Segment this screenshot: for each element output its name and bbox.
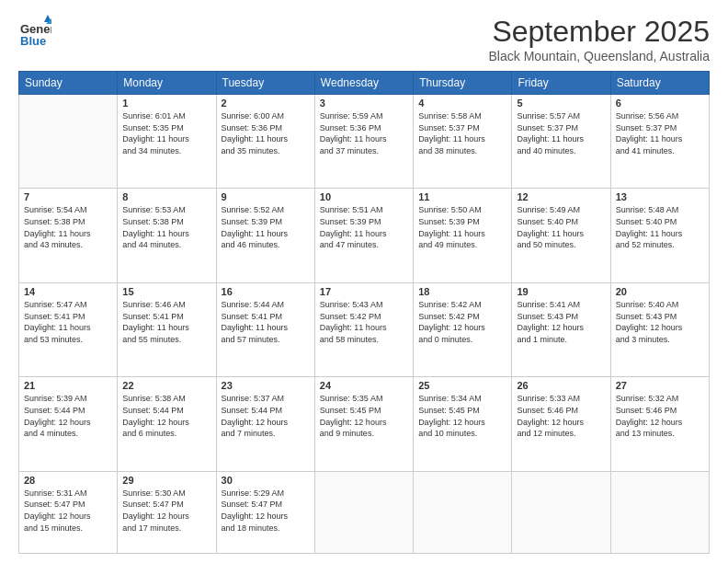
header-monday: Monday <box>118 72 216 95</box>
table-row: 24Sunrise: 5:35 AM Sunset: 5:45 PM Dayli… <box>314 377 413 471</box>
logo-icon: General Blue <box>18 15 51 48</box>
table-row: 11Sunrise: 5:50 AM Sunset: 5:39 PM Dayli… <box>414 189 512 282</box>
cell-content: Sunrise: 5:47 AM Sunset: 5:41 PM Dayligh… <box>24 299 112 345</box>
day-number: 18 <box>418 286 506 297</box>
day-number: 13 <box>616 191 704 202</box>
day-number: 7 <box>24 191 112 202</box>
page: General Blue September 2025 Black Mounta… <box>0 0 728 563</box>
day-number: 17 <box>320 286 408 297</box>
day-number: 2 <box>222 98 310 109</box>
day-number: 23 <box>222 380 310 391</box>
header-thursday: Thursday <box>414 72 512 95</box>
table-row: 17Sunrise: 5:43 AM Sunset: 5:42 PM Dayli… <box>314 282 413 376</box>
day-number: 27 <box>616 380 704 391</box>
header-wednesday: Wednesday <box>314 72 413 95</box>
day-number: 21 <box>24 380 112 391</box>
day-number: 16 <box>222 286 310 297</box>
day-number: 9 <box>222 191 310 202</box>
table-row: 18Sunrise: 5:42 AM Sunset: 5:42 PM Dayli… <box>414 282 512 376</box>
day-number: 14 <box>24 286 112 297</box>
table-row: 5Sunrise: 5:57 AM Sunset: 5:37 PM Daylig… <box>512 95 610 189</box>
day-number: 4 <box>418 98 506 109</box>
calendar-table: Sunday Monday Tuesday Wednesday Thursday… <box>18 71 710 554</box>
table-row: 19Sunrise: 5:41 AM Sunset: 5:43 PM Dayli… <box>512 282 610 376</box>
day-number: 1 <box>122 98 210 109</box>
table-row: 30Sunrise: 5:29 AM Sunset: 5:47 PM Dayli… <box>216 471 314 553</box>
day-number: 26 <box>517 380 605 391</box>
day-number: 29 <box>122 475 210 486</box>
cell-content: Sunrise: 5:57 AM Sunset: 5:37 PM Dayligh… <box>517 110 605 156</box>
table-row: 29Sunrise: 5:30 AM Sunset: 5:47 PM Dayli… <box>118 471 216 553</box>
header-tuesday: Tuesday <box>216 72 314 95</box>
title-block: September 2025 Black Mountain, Queenslan… <box>489 15 710 63</box>
header: General Blue September 2025 Black Mounta… <box>18 15 710 63</box>
header-row: Sunday Monday Tuesday Wednesday Thursday… <box>19 72 710 95</box>
cell-content: Sunrise: 6:00 AM Sunset: 5:36 PM Dayligh… <box>222 110 310 156</box>
cell-content: Sunrise: 5:48 AM Sunset: 5:40 PM Dayligh… <box>616 204 704 250</box>
cell-content: Sunrise: 5:39 AM Sunset: 5:44 PM Dayligh… <box>24 393 112 439</box>
cell-content: Sunrise: 5:54 AM Sunset: 5:38 PM Dayligh… <box>24 204 112 250</box>
day-number: 24 <box>320 380 408 391</box>
day-number: 20 <box>616 286 704 297</box>
table-row <box>414 471 512 553</box>
table-row: 6Sunrise: 5:56 AM Sunset: 5:37 PM Daylig… <box>610 95 709 189</box>
day-number: 28 <box>24 475 112 486</box>
table-row: 25Sunrise: 5:34 AM Sunset: 5:45 PM Dayli… <box>414 377 512 471</box>
cell-content: Sunrise: 5:37 AM Sunset: 5:44 PM Dayligh… <box>222 393 310 439</box>
cell-content: Sunrise: 5:50 AM Sunset: 5:39 PM Dayligh… <box>418 204 506 250</box>
cell-content: Sunrise: 5:40 AM Sunset: 5:43 PM Dayligh… <box>616 299 704 345</box>
day-number: 22 <box>122 380 210 391</box>
header-sunday: Sunday <box>19 72 118 95</box>
cell-content: Sunrise: 5:58 AM Sunset: 5:37 PM Dayligh… <box>418 110 506 156</box>
header-saturday: Saturday <box>610 72 709 95</box>
table-row <box>19 95 118 189</box>
cell-content: Sunrise: 5:38 AM Sunset: 5:44 PM Dayligh… <box>122 393 210 439</box>
month-title: September 2025 <box>489 15 710 49</box>
day-number: 8 <box>122 191 210 202</box>
header-friday: Friday <box>512 72 610 95</box>
cell-content: Sunrise: 5:30 AM Sunset: 5:47 PM Dayligh… <box>122 488 210 534</box>
cell-content: Sunrise: 5:43 AM Sunset: 5:42 PM Dayligh… <box>320 299 408 345</box>
day-number: 11 <box>418 191 506 202</box>
cell-content: Sunrise: 5:46 AM Sunset: 5:41 PM Dayligh… <box>122 299 210 345</box>
cell-content: Sunrise: 5:33 AM Sunset: 5:46 PM Dayligh… <box>517 393 605 439</box>
day-number: 15 <box>122 286 210 297</box>
table-row: 2Sunrise: 6:00 AM Sunset: 5:36 PM Daylig… <box>216 95 314 189</box>
cell-content: Sunrise: 6:01 AM Sunset: 5:35 PM Dayligh… <box>122 110 210 156</box>
day-number: 19 <box>517 286 605 297</box>
cell-content: Sunrise: 5:51 AM Sunset: 5:39 PM Dayligh… <box>320 204 408 250</box>
table-row: 4Sunrise: 5:58 AM Sunset: 5:37 PM Daylig… <box>414 95 512 189</box>
svg-text:Blue: Blue <box>20 34 46 48</box>
table-row: 23Sunrise: 5:37 AM Sunset: 5:44 PM Dayli… <box>216 377 314 471</box>
cell-content: Sunrise: 5:32 AM Sunset: 5:46 PM Dayligh… <box>616 393 704 439</box>
cell-content: Sunrise: 5:59 AM Sunset: 5:36 PM Dayligh… <box>320 110 408 156</box>
day-number: 25 <box>418 380 506 391</box>
cell-content: Sunrise: 5:29 AM Sunset: 5:47 PM Dayligh… <box>222 488 310 534</box>
cell-content: Sunrise: 5:56 AM Sunset: 5:37 PM Dayligh… <box>616 110 704 156</box>
cell-content: Sunrise: 5:35 AM Sunset: 5:45 PM Dayligh… <box>320 393 408 439</box>
location: Black Mountain, Queensland, Australia <box>489 49 710 63</box>
cell-content: Sunrise: 5:34 AM Sunset: 5:45 PM Dayligh… <box>418 393 506 439</box>
table-row: 13Sunrise: 5:48 AM Sunset: 5:40 PM Dayli… <box>610 189 709 282</box>
day-number: 3 <box>320 98 408 109</box>
table-row: 22Sunrise: 5:38 AM Sunset: 5:44 PM Dayli… <box>118 377 216 471</box>
cell-content: Sunrise: 5:41 AM Sunset: 5:43 PM Dayligh… <box>517 299 605 345</box>
table-row: 16Sunrise: 5:44 AM Sunset: 5:41 PM Dayli… <box>216 282 314 376</box>
day-number: 5 <box>517 98 605 109</box>
day-number: 12 <box>517 191 605 202</box>
table-row: 20Sunrise: 5:40 AM Sunset: 5:43 PM Dayli… <box>610 282 709 376</box>
day-number: 6 <box>616 98 704 109</box>
cell-content: Sunrise: 5:44 AM Sunset: 5:41 PM Dayligh… <box>222 299 310 345</box>
table-row <box>610 471 709 553</box>
table-row: 27Sunrise: 5:32 AM Sunset: 5:46 PM Dayli… <box>610 377 709 471</box>
table-row: 26Sunrise: 5:33 AM Sunset: 5:46 PM Dayli… <box>512 377 610 471</box>
table-row: 3Sunrise: 5:59 AM Sunset: 5:36 PM Daylig… <box>314 95 413 189</box>
cell-content: Sunrise: 5:53 AM Sunset: 5:38 PM Dayligh… <box>122 204 210 250</box>
table-row: 8Sunrise: 5:53 AM Sunset: 5:38 PM Daylig… <box>118 189 216 282</box>
cell-content: Sunrise: 5:52 AM Sunset: 5:39 PM Dayligh… <box>222 204 310 250</box>
table-row: 1Sunrise: 6:01 AM Sunset: 5:35 PM Daylig… <box>118 95 216 189</box>
table-row: 15Sunrise: 5:46 AM Sunset: 5:41 PM Dayli… <box>118 282 216 376</box>
cell-content: Sunrise: 5:42 AM Sunset: 5:42 PM Dayligh… <box>418 299 506 345</box>
table-row: 10Sunrise: 5:51 AM Sunset: 5:39 PM Dayli… <box>314 189 413 282</box>
table-row: 12Sunrise: 5:49 AM Sunset: 5:40 PM Dayli… <box>512 189 610 282</box>
